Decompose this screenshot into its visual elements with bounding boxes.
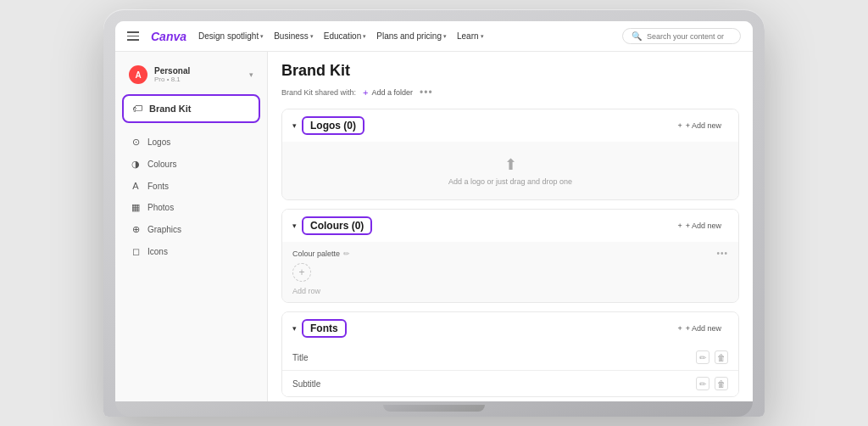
sidebar-item-label: Icons [147,247,168,256]
more-options-icon[interactable]: ••• [420,87,433,98]
nav-links: Design spotlight ▾ Business ▾ Education … [198,31,610,41]
sidebar-item-label: Photos [147,203,174,212]
colours-section: ▾ Colours (0) + + Add new Colou [281,209,739,303]
fonts-section: ▾ Fonts + + Add new Title [281,311,739,397]
font-row-title: Title ✏ 🗑 [282,345,738,370]
profile-switcher[interactable]: A Personal Pro • 8.1 ▾ [122,60,260,89]
colours-add-new-button[interactable]: + + Add new [670,219,728,233]
shared-with-label: Brand Kit shared with: [281,88,356,97]
laptop-screen: Canva Design spotlight ▾ Business ▾ Educ… [115,21,753,401]
colours-content: Colour palette ✏ ••• + Add row [282,242,738,302]
font-name: Subtitle [292,379,320,389]
page-title: Brand Kit [281,62,350,80]
colour-palette-row: Colour palette ✏ ••• [292,249,728,258]
page-area: Brand Kit Brand Kit shared with: + Add a… [268,52,753,401]
nav-design-spotlight[interactable]: Design spotlight ▾ [198,31,264,41]
edit-font-icon[interactable]: ✏ [696,377,709,390]
logos-section: ▾ Logos (0) + + Add new ⬆ Add a logo or … [281,109,739,200]
sidebar-item-colours[interactable]: ◑ Colours [122,154,260,175]
profile-plan: Pro • 8.1 [154,76,242,83]
nav-education[interactable]: Education ▾ [324,31,366,41]
add-colour-button[interactable]: + [292,263,311,282]
sidebar-nav: ⊙ Logos ◑ Colours A Fonts ▦ [122,132,260,262]
canva-logo: Canva [151,30,186,43]
profile-info: Personal Pro • 8.1 [154,66,242,83]
shared-with-row: Brand Kit shared with: + Add a folder ••… [281,87,739,98]
logos-add-new-button[interactable]: + + Add new [670,119,728,132]
add-folder-button[interactable]: + Add a folder [363,87,413,98]
search-bar[interactable]: 🔍 [622,28,741,44]
search-input[interactable] [647,32,732,41]
font-actions: ✏ 🗑 [696,350,728,364]
sidebar-item-fonts[interactable]: A Fonts [122,176,260,196]
chevron-down-icon: ▾ [481,33,484,40]
font-actions: ✏ 🗑 [696,377,728,390]
edit-font-icon[interactable]: ✏ [696,350,709,364]
sidebar-item-photos[interactable]: ▦ Photos [122,197,260,218]
plus-icon: + [677,221,682,230]
brand-kit-button[interactable]: 🏷 Brand Kit [122,94,260,123]
sidebar-item-graphics[interactable]: ⊕ Graphics [122,219,260,240]
top-nav: Canva Design spotlight ▾ Business ▾ Educ… [115,21,753,52]
fonts-section-header: ▾ Fonts + + Add new [282,312,738,345]
palette-more-icon[interactable]: ••• [716,249,728,258]
chevron-down-icon: ▾ [249,70,253,79]
chevron-down-icon: ▾ [292,324,297,333]
logos-icon: ⊙ [131,137,141,148]
sidebar: A Personal Pro • 8.1 ▾ 🏷 Brand Kit ⊙ [115,52,268,401]
chevron-down-icon: ▾ [292,121,297,130]
nav-business[interactable]: Business ▾ [274,31,314,41]
add-row-button[interactable]: Add row [292,287,320,295]
app-container: Canva Design spotlight ▾ Business ▾ Educ… [115,21,753,401]
sidebar-item-label: Graphics [147,225,181,234]
add-new-label: + Add new [686,121,721,130]
fonts-icon: A [131,181,141,191]
graphics-icon: ⊕ [131,224,141,235]
brand-kit-label: Brand Kit [149,104,192,114]
fonts-add-new-button[interactable]: + + Add new [670,322,728,335]
sidebar-item-label: Colours [147,160,176,169]
chevron-down-icon: ▾ [260,33,264,40]
colour-swatches: + [292,263,728,282]
chevron-down-icon: ▾ [310,33,314,40]
profile-name: Personal [154,66,242,76]
logos-section-title: Logos (0) [302,116,364,135]
delete-font-icon[interactable]: 🗑 [715,377,728,390]
sidebar-item-label: Fonts [147,182,169,191]
upload-icon: ⬆ [504,155,517,174]
logos-empty-state: ⬆ Add a logo or just drag and drop one [282,142,738,199]
hamburger-menu[interactable] [127,31,139,41]
colours-title-area: ▾ Colours (0) [292,216,372,235]
fonts-section-title: Fonts [302,319,347,338]
plus-icon: + [677,324,682,333]
fonts-content: Title ✏ 🗑 Subtitle ✏ 🗑 [282,345,738,396]
sidebar-item-label: Logos [147,137,170,147]
nav-plans[interactable]: Plans and pricing ▾ [376,31,447,41]
icons-icon: ◻ [131,246,141,257]
laptop-base [115,401,753,417]
main-content: A Personal Pro • 8.1 ▾ 🏷 Brand Kit ⊙ [115,52,753,401]
chevron-down-icon: ▾ [443,33,447,40]
nav-learn[interactable]: Learn ▾ [457,31,484,41]
brand-kit-icon: 🏷 [132,103,142,115]
add-new-label: + Add new [686,324,721,333]
photos-icon: ▦ [131,202,141,213]
logos-section-header: ▾ Logos (0) + + Add new [282,109,738,142]
search-icon: 🔍 [632,31,642,41]
delete-font-icon[interactable]: 🗑 [715,350,728,364]
add-folder-label: Add a folder [371,88,413,97]
sidebar-item-logos[interactable]: ⊙ Logos [122,132,260,153]
font-row-subtitle: Subtitle ✏ 🗑 [282,370,738,396]
sidebar-item-icons[interactable]: ◻ Icons [122,241,260,262]
avatar: A [129,65,147,84]
logos-title-area: ▾ Logos (0) [292,116,364,135]
colours-section-header: ▾ Colours (0) + + Add new [282,210,738,242]
plus-icon: + [363,87,368,98]
edit-icon[interactable]: ✏ [343,249,350,258]
plus-icon: + [677,121,682,130]
add-new-label: + Add new [686,221,721,230]
colours-section-title: Colours (0) [302,216,372,235]
laptop-shell: Canva Design spotlight ▾ Business ▾ Educ… [103,9,765,417]
chevron-down-icon: ▾ [292,221,297,230]
page-header: Brand Kit [281,62,739,80]
